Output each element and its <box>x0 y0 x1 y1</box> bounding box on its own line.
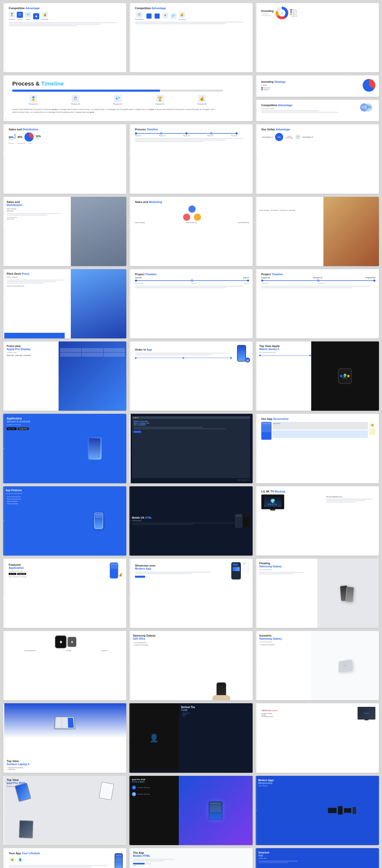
slide-11[interactable]: Sales and Marketing Sales Strategy Task … <box>129 197 253 266</box>
slide-34[interactable]: Top ViewIpad Pro 2018 Reading List <box>3 776 126 845</box>
slide-7[interactable]: Sales and Distribution 50% Product 30% <box>3 124 126 193</box>
slide-14[interactable]: Project Timeline June 02 July 07 Start P… <box>129 269 253 338</box>
slide-35-ipad <box>179 776 253 845</box>
slide-3-title: Investing <box>261 9 273 12</box>
slide-2[interactable]: Competitive Advantage ⏱ Time Reduction 🔻… <box>129 3 253 72</box>
slide-23[interactable]: Mobile UX HTML Connected? <box>129 486 253 556</box>
slide-1-icon-2: ⏱ One of us <box>17 12 23 20</box>
slide-38-hand-phone <box>186 848 253 868</box>
slide-17-title: Order in App <box>135 348 232 351</box>
slide-32-title: Behind TheCode <box>181 706 250 711</box>
slide-31-title: Top ViewSurface Laptop 3 <box>7 760 123 766</box>
slide-2-icon-1: ⏱ Time Reduction <box>135 12 144 20</box>
slide-1-title: Competitive Advantage <box>9 7 123 10</box>
slide-22[interactable]: App Features Screen Shot Screenshot ✓ Sc… <box>3 486 126 556</box>
slide-9-title: Our Unfair Advantage <box>261 128 375 131</box>
slide-25[interactable]: FeaturedApplication Available On the App… <box>3 559 126 628</box>
slide-3-chart: 💎 <box>275 7 288 19</box>
slide-4-title: Process & Timeline <box>12 81 246 87</box>
slide-27[interactable]: FloatingSamsung Galaxy CSS Ultra Mockup <box>256 559 379 628</box>
slide-12[interactable]: Sales Strategy Foundations Architecture … <box>256 197 379 266</box>
slide-9[interactable]: Our Unfair Advantage Advantage #1 UA Unf… <box>256 124 379 193</box>
slide-10-title: Sales andDistribution <box>7 200 75 207</box>
slide-25-phone <box>110 562 118 579</box>
slide-18[interactable]: ⌚ Series 5 Top View AppleWatch Series 5 … <box>256 341 379 411</box>
slide-6-title: Competitive Advantage <box>261 104 358 107</box>
slide-1-icon-5: 💰 Save Money <box>41 12 49 20</box>
slide-4-num: 03 <box>5 119 7 120</box>
slide-10-laptop-img <box>71 197 126 266</box>
slide-28[interactable]: ⌚ ⌚ Accomplishments Design Interface <box>3 631 126 700</box>
slide-2-icon-2: 🔻 <box>162 12 168 19</box>
slide-35-item-1: 1 Number Title Here <box>132 785 176 789</box>
slide-28-watch-2: ⌚ <box>67 637 77 647</box>
slide-6-venn: How toMentor StateTeam <box>360 103 375 114</box>
slide-4-description: A peg at some distant arts has power to … <box>12 108 218 114</box>
slide-6[interactable]: Competitive Advantage Advantage Subtitle… <box>256 100 379 121</box>
slide-4[interactable]: Process & Timeline 🥇 Process #1 ⏱ Proces… <box>3 75 253 121</box>
slide-3[interactable]: Investing 💎 Item A Item B Item <box>256 3 379 72</box>
slide-38-title: The AppMobile HTML <box>133 851 185 857</box>
slide-35-title: Ipad Pro 2018Front & Back <box>132 778 176 783</box>
slide-grid: Competitive Advantage 🥇 1st Started ⏱ On… <box>0 0 382 868</box>
slide-21[interactable]: Our App Screenshot App mockup <box>256 414 379 483</box>
slide-29-title: Samsung GalaxyS20 Ultra <box>133 634 185 640</box>
slide-31[interactable]: Top ViewSurface Laptop 3 ✓ Flexible Refu… <box>3 703 126 773</box>
slide-22-title: App Features <box>6 489 68 492</box>
slide-16-title: Front viewApple Pro Display <box>7 344 58 351</box>
slide-24-tv: 🌍 EARTH <box>261 494 284 509</box>
slide-39-device-group <box>311 848 379 868</box>
slide-38[interactable]: The AppMobile HTML 65% <box>129 848 253 868</box>
slide-33[interactable]: СВКРЫТЬ ★★★★ Creative Design Design Acco… <box>256 703 379 773</box>
slide-23-title: Mobile UX HTML <box>132 516 234 519</box>
slide-37[interactable]: Your App Your Lifestyle 😊 👤 <box>3 848 126 868</box>
slide-28-watch-1: ⌚ <box>55 636 66 648</box>
slide-33-monitor: Desktop <box>357 707 375 719</box>
slide-17-phone <box>237 345 246 362</box>
slide-26-mockup: UX <box>231 562 249 580</box>
slide-19-hand-img <box>61 414 126 483</box>
slide-1-num: 01 <box>5 70 7 71</box>
slide-8[interactable]: Process Timeline Process #1 Process #2 <box>129 124 253 193</box>
slide-39[interactable]: SmartestApp Subtitle here <box>256 848 379 868</box>
slide-19-title: ApplicationIphone & Android <box>7 417 62 423</box>
slide-4-step-3: 💎 Process #3 <box>113 95 122 105</box>
slide-30-iso-area: S20 <box>311 631 379 700</box>
slide-31-laptop-img <box>3 703 126 741</box>
slide-15[interactable]: Project Timeline August 15 October 12 Pr… <box>256 269 379 338</box>
slide-17[interactable]: Order in App <box>129 341 253 411</box>
slide-35[interactable]: Ipad Pro 2018Front & Back 1 Number Title… <box>129 776 253 845</box>
slide-22-phone <box>71 486 126 556</box>
slide-5-subtitle: Subtitle <box>261 84 361 86</box>
slide-8-title: Process Timeline <box>135 128 249 131</box>
slide-36-devices <box>305 776 379 845</box>
slide-20-bg: Watch is the newway to engage andsell cu… <box>129 414 253 483</box>
slide-39-title: SmartestApp <box>258 851 307 857</box>
slide-36-title: Modern App!Responsive <box>258 779 302 784</box>
slide-35-item-2: 2 Number Title Here <box>132 792 176 796</box>
slide-29[interactable]: Samsung GalaxyS20 Ultra ✓ Accomplishment… <box>129 631 253 700</box>
slide-37-phone <box>115 853 123 868</box>
slide-19[interactable]: ApplicationIphone & Android Available On… <box>3 414 126 483</box>
slide-14-title: Project Timeline <box>135 273 249 276</box>
slide-21-title: Our App Screenshot <box>261 417 375 421</box>
slide-36[interactable]: Modern App!Responsive CSS Together <box>256 776 379 845</box>
slide-4-step-1: 🥇 Process #1 <box>29 95 38 105</box>
slide-30[interactable]: S20 IsometricSamsung Galaxy CSS Ultra Mo… <box>256 631 379 700</box>
slide-4-step-5: 💰 Process #5 <box>198 95 207 105</box>
slide-27-phone-area <box>317 559 379 628</box>
slide-20[interactable]: Watch is the newway to engage andsell cu… <box>129 414 253 483</box>
slide-26-title: Showcase yourModern App <box>135 564 230 570</box>
slide-26[interactable]: Showcase yourModern App <box>129 559 253 628</box>
slide-24[interactable]: LG 4K TV Mockup 🌍 EARTH <box>256 486 379 556</box>
slide-12-img <box>323 197 379 266</box>
slide-10[interactable]: Sales andDistribution Sales Strategy Mar… <box>3 197 126 266</box>
slide-13[interactable]: Pitch Deck Press Press Subtitle A peg at… <box>3 269 126 338</box>
slide-34-title: Top ViewIpad Pro 2018 <box>7 778 25 784</box>
slide-1[interactable]: Competitive Advantage 🥇 1st Started ⏱ On… <box>3 3 126 72</box>
slide-5[interactable]: Investing Strategy Subtitle Now Show Sal… <box>256 75 379 97</box>
slide-16[interactable]: Front viewApple Pro Display A brighter v… <box>3 341 126 411</box>
slide-2-icon-4: 💰 Save Money <box>178 12 186 20</box>
slide-32[interactable]: 👤 Behind TheCode ✓ check Code ✓ HTML5 ✓ … <box>129 703 253 773</box>
slide-2-title: Competitive Advantage <box>135 7 249 10</box>
